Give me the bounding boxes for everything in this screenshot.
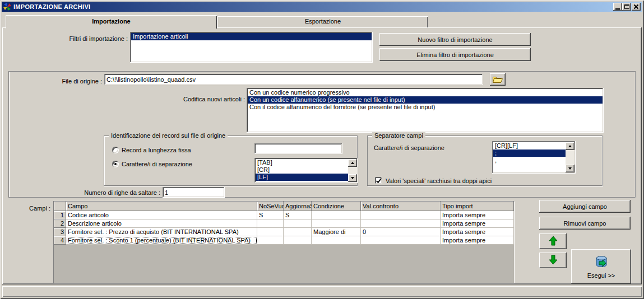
row-number: 3 (54, 228, 66, 236)
list-item-record-separator[interactable]: [TAB] (256, 159, 357, 166)
list-item-record-separator[interactable]: [CR] (256, 166, 357, 174)
cell-nosevuo[interactable] (257, 219, 284, 228)
separator-radio-label: Carattere/i di separazione (122, 161, 192, 167)
grid-header-row: Campo NoSeVuo AggiornaS Condizione Val.c… (54, 202, 514, 211)
column-header-tipo[interactable]: Tipo import (441, 202, 514, 211)
fixed-length-radio-label: Record a lunghezza fissa (122, 147, 191, 153)
import-filters-listbox[interactable]: Importazione articoli (130, 32, 373, 63)
list-item-field-separator[interactable]: , (493, 157, 574, 164)
column-header-condizione[interactable]: Condizione (312, 202, 361, 211)
scroll-down-icon[interactable] (566, 165, 574, 172)
cell-tipo[interactable]: Importa sempre (441, 228, 514, 236)
cell-confronto[interactable] (361, 219, 441, 228)
cell-confronto[interactable] (361, 236, 441, 245)
field-separator-group: Separatore campi Carattere/i di separazi… (367, 136, 603, 186)
list-item-field-separator[interactable]: ; (493, 150, 574, 157)
list-item-encoding[interactable]: Con un codice numerico progressivo (248, 89, 603, 96)
move-down-button[interactable] (539, 253, 567, 268)
column-header-confronto[interactable]: Val.confronto (361, 202, 441, 211)
column-header-nosevuo[interactable]: NoSeVuo (257, 202, 284, 211)
cell-tipo[interactable]: Importa sempre (441, 236, 514, 245)
special-values-checkbox[interactable] (375, 177, 382, 184)
fields-label: Campi : (17, 205, 50, 212)
import-filters-label: Filtri di importazione : (56, 35, 128, 42)
cell-tipo[interactable]: Importa sempre (441, 211, 514, 219)
statusbar (2, 286, 642, 297)
add-field-button[interactable]: Aggiungi campo (539, 200, 631, 213)
execute-button-label: Esegui >> (587, 272, 615, 279)
cell-aggiorna[interactable]: S (284, 211, 312, 219)
scroll-up-icon[interactable] (348, 159, 357, 167)
cell-confronto[interactable]: 0 (361, 228, 441, 236)
list-item-record-separator[interactable]: [LF] (256, 174, 357, 181)
field-separator-listbox[interactable]: [CR][LF] ; , (492, 141, 576, 174)
separator-radio[interactable] (112, 161, 119, 167)
list-item-field-separator[interactable]: [CR][LF] (493, 142, 574, 150)
list-item-encoding[interactable]: Con un codice alfanumerico (se presente … (248, 96, 603, 104)
table-row[interactable]: 2 Descrizione articolo Importa sempre (54, 219, 514, 228)
cell-campo[interactable]: Descrizione articolo (66, 219, 257, 228)
grid-empty-area (54, 245, 514, 283)
cell-condizione[interactable] (312, 236, 361, 245)
fixed-length-input[interactable] (254, 143, 342, 154)
encoding-listbox[interactable]: Con un codice numerico progressivo Con u… (247, 88, 604, 133)
fields-grid[interactable]: Campo NoSeVuo AggiornaS Condizione Val.c… (53, 201, 515, 283)
cell-aggiorna[interactable] (284, 236, 312, 245)
table-row[interactable]: 3 Fornitore sel. : Prezzo di acquisto (B… (54, 228, 514, 236)
tab-importazione-label: Importazione (92, 18, 130, 25)
cell-nosevuo[interactable]: S (257, 211, 284, 219)
cell-campo[interactable]: Fornitore sel. : Prezzo di acquisto (BIT… (66, 228, 257, 236)
cell-condizione[interactable]: Maggiore di (312, 228, 361, 236)
cell-condizione[interactable] (312, 211, 361, 219)
execute-button[interactable]: Esegui >> (571, 249, 631, 284)
green-arrow-up-icon (549, 236, 558, 247)
field-separator-title: Separatore campi (372, 132, 425, 139)
new-import-filter-button[interactable]: Nuovo filtro di importazione (379, 33, 531, 46)
database-run-icon (594, 255, 609, 270)
encoding-label: Codifica nuovi articoli : (151, 96, 245, 102)
cell-nosevuo[interactable] (257, 228, 284, 236)
source-file-input[interactable] (104, 74, 483, 85)
import-archives-window: IMPORTAZIONE ARCHIVI Importazione Esport… (0, 0, 644, 299)
cell-aggiorna[interactable] (284, 228, 312, 236)
column-header-aggiorna[interactable]: AggiornaS (284, 202, 312, 211)
scroll-down-icon[interactable] (348, 174, 357, 182)
row-number: 1 (54, 211, 66, 219)
cell-campo[interactable]: Fornitore sel. : Sconto 1 (percentuale) … (66, 236, 257, 245)
open-folder-icon (493, 76, 503, 84)
move-up-button[interactable] (539, 233, 567, 249)
remove-field-button[interactable]: Rimuovi campo (539, 217, 631, 230)
cell-aggiorna[interactable] (284, 219, 312, 228)
scroll-up-icon[interactable] (566, 142, 574, 150)
row-number: 2 (54, 219, 66, 228)
record-identification-title: Identificazione dei record sul file di o… (109, 132, 228, 139)
cell-condizione[interactable] (312, 219, 361, 228)
delete-import-filter-button[interactable]: Elimina filtro di importazione (379, 48, 531, 61)
browse-file-button[interactable] (490, 73, 506, 86)
fixed-length-radio[interactable] (112, 147, 119, 153)
cell-campo[interactable]: Codice articolo (66, 211, 257, 219)
skip-rows-label: Numero di righe da saltare : (59, 189, 160, 196)
special-values-checkbox-label: Valori 'speciali' racchiusi tra doppi ap… (386, 177, 492, 184)
cell-nosevuo[interactable] (257, 236, 284, 245)
field-separator-label: Carattere/i di separazione (374, 144, 444, 151)
table-row[interactable]: 1 Codice articolo S S Importa sempre (54, 211, 514, 219)
column-header-rownum[interactable] (54, 202, 66, 211)
list-item-encoding[interactable]: Con il codice alfanumerico del fornitore… (248, 104, 603, 111)
row-number: 4 (54, 236, 66, 245)
scrollbar-track[interactable] (566, 150, 574, 165)
record-separator-listbox[interactable]: [TAB] [CR] [LF] (254, 158, 358, 183)
tab-importazione[interactable]: Importazione (6, 15, 217, 29)
table-row[interactable]: 4 Fornitore sel. : Sconto 1 (percentuale… (54, 236, 514, 245)
record-identification-group: Identificazione dei record sul file di o… (104, 136, 358, 186)
scrollbar-track[interactable] (348, 167, 357, 174)
column-header-campo[interactable]: Campo (66, 202, 257, 211)
source-file-label: File di origine : (44, 78, 102, 85)
record-separator-scrollbar[interactable] (348, 159, 357, 182)
skip-rows-input[interactable] (163, 187, 225, 198)
list-item-import-filter[interactable]: Importazione articoli (131, 33, 372, 40)
field-separator-scrollbar[interactable] (566, 142, 574, 172)
cell-tipo[interactable]: Importa sempre (441, 219, 514, 228)
cell-confronto[interactable] (361, 211, 441, 219)
green-arrow-down-icon (549, 255, 558, 266)
